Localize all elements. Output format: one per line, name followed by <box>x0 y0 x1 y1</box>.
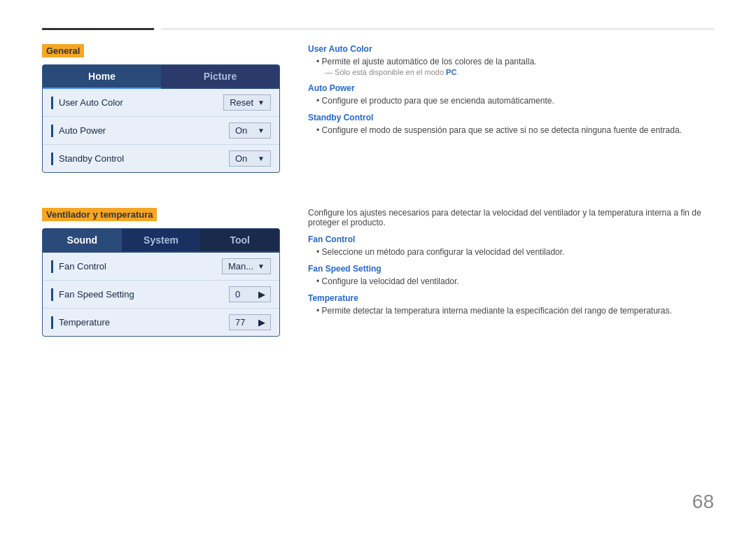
item-bar <box>51 125 53 137</box>
section-general-title: General <box>42 44 84 57</box>
tab-home[interactable]: Home <box>43 65 161 89</box>
desc-text-uac-1: Permite el ajuste automático de los colo… <box>316 57 714 66</box>
item-value-auto-power[interactable]: On ▼ <box>229 122 271 139</box>
dropdown-arrow-icon: ▼ <box>258 155 265 162</box>
item-label-standby-control: Standby Control <box>59 153 229 164</box>
menu-box-ventilador: Sound System Tool Fan Control Man... ▼ <box>42 228 280 337</box>
item-value-fan-speed[interactable]: 0 ▶ <box>229 286 271 302</box>
dropdown-on-autopower[interactable]: On ▼ <box>229 122 271 139</box>
desc-text-fc-1: Seleccione un método para configurar la … <box>316 247 714 257</box>
menu-item-standby-control: Standby Control On ▼ <box>43 145 279 172</box>
desc-text-ap-1: Configure el producto para que se encien… <box>316 96 714 106</box>
item-bar <box>51 316 53 329</box>
section-ventilador-title: Ventilador y temperatura <box>42 208 157 221</box>
tab-tool[interactable]: Tool <box>200 229 279 253</box>
section-ventilador-left: Ventilador y temperatura Sound System To… <box>42 208 280 337</box>
section-general: General Home Picture User Auto Color Res… <box>42 44 714 173</box>
value-fan-speed[interactable]: 0 ▶ <box>229 286 271 302</box>
item-label-user-auto-color: User Auto Color <box>59 97 223 108</box>
item-bar <box>51 260 53 273</box>
desc-title-standby-control: Standby Control <box>308 113 714 122</box>
item-label-auto-power: Auto Power <box>59 125 229 136</box>
page-content: General Home Picture User Auto Color Res… <box>0 0 756 400</box>
dropdown-arrow-icon: ▼ <box>258 262 265 270</box>
top-line-dark <box>42 28 154 30</box>
desc-note-uac: — Sólo está disponible en el modo PC. <box>325 68 714 76</box>
top-line <box>42 28 714 30</box>
top-line-light <box>161 29 714 29</box>
value-temperature[interactable]: 77 ▶ <box>229 314 271 330</box>
menu-item-fan-control: Fan Control Man... ▼ <box>43 253 279 281</box>
tab-system[interactable]: System <box>122 229 201 253</box>
desc-title-temperature: Temperature <box>308 293 714 303</box>
section-ventilador-right: Configure los ajustes necesarios para de… <box>308 208 714 337</box>
page-number: 68 <box>692 491 714 513</box>
menu-items-ventilador: Fan Control Man... ▼ Fan Speed Setting <box>43 253 279 336</box>
menu-item-temperature: Temperature 77 ▶ <box>43 309 279 336</box>
menu-tabs-ventilador: Sound System Tool <box>43 229 279 253</box>
menu-item-user-auto-color: User Auto Color Reset ▼ <box>43 89 279 117</box>
dropdown-on-standby[interactable]: On ▼ <box>229 150 271 167</box>
menu-tabs-general: Home Picture <box>43 65 279 89</box>
desc-note-link-pc: PC <box>446 68 456 76</box>
item-label-temperature: Temperature <box>59 317 229 328</box>
dropdown-arrow-icon: ▼ <box>258 127 265 134</box>
tab-picture[interactable]: Picture <box>161 65 279 89</box>
item-value-fan-control[interactable]: Man... ▼ <box>222 258 271 274</box>
desc-text-temp-1: Permite detectar la temperatura interna … <box>316 306 714 316</box>
item-value-standby-control[interactable]: On ▼ <box>229 150 271 167</box>
desc-title-fan-control: Fan Control <box>308 234 714 244</box>
menu-item-auto-power: Auto Power On ▼ <box>43 117 279 145</box>
section-general-right: User Auto Color Permite el ajuste automá… <box>308 44 714 173</box>
item-label-fan-speed: Fan Speed Setting <box>59 289 229 300</box>
menu-box-general: Home Picture User Auto Color Reset ▼ <box>42 64 280 173</box>
item-label-fan-control: Fan Control <box>59 261 222 272</box>
right-arrow-icon: ▶ <box>258 290 265 300</box>
desc-text-sc-1: Configure el modo de suspensión para que… <box>316 125 714 135</box>
desc-title-fan-speed: Fan Speed Setting <box>308 264 714 274</box>
dropdown-fan-control[interactable]: Man... ▼ <box>222 258 271 274</box>
desc-title-auto-power: Auto Power <box>308 83 714 93</box>
tab-sound[interactable]: Sound <box>43 229 122 253</box>
dropdown-reset[interactable]: Reset ▼ <box>223 94 271 111</box>
right-arrow-icon: ▶ <box>258 318 265 328</box>
desc-intro-ventilador: Configure los ajustes necesarios para de… <box>308 208 714 227</box>
item-value-temperature[interactable]: 77 ▶ <box>229 314 271 330</box>
dropdown-arrow-icon: ▼ <box>258 99 265 106</box>
desc-title-user-auto-color: User Auto Color <box>308 44 714 54</box>
section-ventilador: Ventilador y temperatura Sound System To… <box>42 208 714 337</box>
menu-item-fan-speed: Fan Speed Setting 0 ▶ <box>43 281 279 309</box>
desc-text-fs-1: Configure la velocidad del ventilador. <box>316 276 714 286</box>
section-general-left: General Home Picture User Auto Color Res… <box>42 44 280 173</box>
item-bar <box>51 97 53 109</box>
item-value-user-auto-color[interactable]: Reset ▼ <box>223 94 271 111</box>
item-bar <box>51 288 53 301</box>
menu-items-general: User Auto Color Reset ▼ Auto Power <box>43 89 279 172</box>
item-bar <box>51 153 53 165</box>
